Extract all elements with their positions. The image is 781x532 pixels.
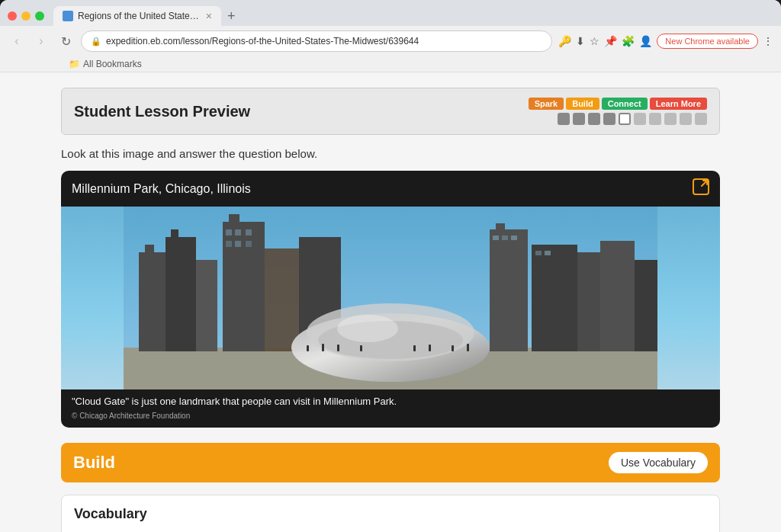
svg-rect-5	[145, 245, 154, 256]
svg-rect-13	[246, 229, 252, 236]
key-icon[interactable]: 🔑	[558, 35, 571, 47]
minimize-button[interactable]	[21, 11, 31, 21]
toolbar-right: 🔑 ⬇ ☆ 📌 🧩 👤 New Chrome available ⋮	[558, 34, 773, 49]
forward-icon: ›	[39, 34, 43, 48]
dot-3[interactable]	[588, 113, 600, 125]
lock-icon: 🔒	[91, 37, 101, 46]
build-label: Build	[73, 453, 115, 473]
tab-connect[interactable]: Connect	[602, 98, 648, 110]
build-section: Build Use Vocabulary	[61, 443, 720, 482]
image-caption: "Cloud Gate" is just one landmark that p…	[61, 389, 720, 410]
svg-rect-40	[452, 345, 454, 351]
dot-6[interactable]	[634, 113, 646, 125]
download-icon[interactable]: ⬇	[576, 35, 585, 47]
svg-rect-10	[229, 214, 239, 225]
svg-point-33	[337, 315, 398, 342]
svg-rect-4	[139, 252, 166, 351]
refresh-button[interactable]: ↻	[56, 32, 75, 50]
dot-2[interactable]	[573, 113, 585, 125]
profile-icon[interactable]: 👤	[639, 35, 652, 47]
lesson-preview-header: Student Lesson Preview Spark Build Conne…	[61, 88, 720, 135]
svg-rect-27	[545, 251, 551, 255]
tab-build[interactable]: Build	[566, 98, 599, 110]
image-card-header: Millennium Park, Chicago, Illinois	[61, 171, 720, 207]
svg-rect-38	[413, 345, 416, 351]
address-bar[interactable]: 🔒 expedition.eb.com/lesson/Regions-of-th…	[81, 30, 552, 52]
image-credit: © Chicago Architecture Foundation	[61, 410, 720, 428]
svg-rect-21	[600, 241, 635, 351]
dot-5[interactable]	[619, 113, 631, 125]
svg-rect-17	[490, 229, 528, 351]
tab-close-icon[interactable]: ×	[206, 11, 212, 21]
dot-10[interactable]	[695, 113, 707, 125]
svg-rect-23	[493, 236, 499, 240]
bookmark-icon[interactable]: ☆	[590, 35, 599, 47]
svg-rect-26	[535, 251, 542, 255]
dot-8[interactable]	[664, 113, 677, 125]
tab-bar: Regions of the United States... × +	[0, 0, 781, 26]
svg-rect-25	[511, 236, 517, 240]
address-bar-row: ‹ › ↻ 🔒 expedition.eb.com/lesson/Regions…	[0, 26, 781, 56]
traffic-lights	[8, 11, 44, 21]
url-text: expedition.eb.com/lesson/Regions-of-the-…	[106, 36, 419, 46]
svg-rect-41	[467, 344, 469, 351]
svg-rect-39	[429, 345, 431, 351]
lesson-tabs: Spark Build Connect Learn More	[529, 98, 707, 125]
svg-rect-15	[235, 241, 241, 247]
dot-7[interactable]	[649, 113, 661, 125]
use-vocabulary-button[interactable]: Use Vocabulary	[609, 452, 708, 473]
pin-icon[interactable]: 📌	[604, 35, 617, 47]
svg-rect-14	[226, 241, 232, 247]
progress-dots	[558, 113, 707, 125]
lesson-preview-title: Student Lesson Preview	[74, 103, 250, 120]
bookmarks-label[interactable]: All Bookmarks	[83, 59, 142, 69]
svg-rect-34	[307, 345, 309, 351]
vocabulary-title: Vocabulary	[74, 506, 707, 522]
new-chrome-button[interactable]: New Chrome available	[657, 34, 758, 49]
svg-rect-36	[337, 345, 339, 351]
extensions-icon[interactable]: 🧩	[622, 35, 635, 47]
new-tab-button[interactable]: +	[224, 8, 239, 24]
maximize-button[interactable]	[35, 11, 44, 21]
vocabulary-section: Vocabulary ⌄	[61, 495, 720, 532]
lesson-image	[61, 207, 720, 389]
svg-rect-28	[265, 248, 299, 351]
image-card: Millennium Park, Chicago, Illinois	[61, 171, 720, 428]
svg-rect-24	[502, 236, 508, 240]
svg-rect-11	[226, 229, 232, 236]
bookmarks-folder-icon: 📁	[69, 59, 80, 69]
dot-9[interactable]	[680, 113, 692, 125]
tab-learn-more[interactable]: Learn More	[650, 98, 707, 110]
bookmarks-bar: 📁 All Bookmarks	[0, 56, 781, 72]
svg-rect-12	[235, 229, 241, 236]
forward-button[interactable]: ›	[32, 32, 50, 50]
dot-1[interactable]	[558, 113, 570, 125]
svg-rect-35	[322, 344, 324, 351]
image-card-title: Millennium Park, Chicago, Illinois	[72, 182, 251, 196]
dot-4[interactable]	[603, 113, 615, 125]
expand-icon[interactable]	[693, 178, 709, 199]
svg-line-1	[702, 181, 707, 186]
tab-labels: Spark Build Connect Learn More	[529, 98, 707, 110]
svg-rect-19	[532, 245, 577, 351]
tab-favicon	[63, 11, 73, 21]
refresh-icon: ↻	[61, 34, 71, 49]
svg-rect-16	[246, 241, 252, 247]
svg-rect-7	[171, 229, 178, 240]
svg-rect-22	[635, 260, 657, 351]
page-content: Student Lesson Preview Spark Build Conne…	[0, 72, 781, 532]
prompt-text: Look at this image and answer the questi…	[61, 147, 720, 160]
tab-spark[interactable]: Spark	[529, 98, 564, 110]
back-button[interactable]: ‹	[8, 32, 26, 50]
svg-rect-18	[496, 223, 505, 232]
browser-chrome: Regions of the United States... × + ‹ › …	[0, 0, 781, 72]
svg-rect-20	[577, 252, 600, 351]
svg-rect-8	[196, 260, 217, 351]
close-button[interactable]	[8, 11, 17, 21]
menu-icon[interactable]: ⋮	[763, 35, 773, 47]
back-icon: ‹	[14, 34, 18, 48]
svg-rect-37	[360, 345, 362, 351]
tab-title: Regions of the United States...	[78, 11, 201, 21]
active-tab[interactable]: Regions of the United States... ×	[53, 6, 221, 26]
svg-rect-6	[166, 237, 196, 351]
